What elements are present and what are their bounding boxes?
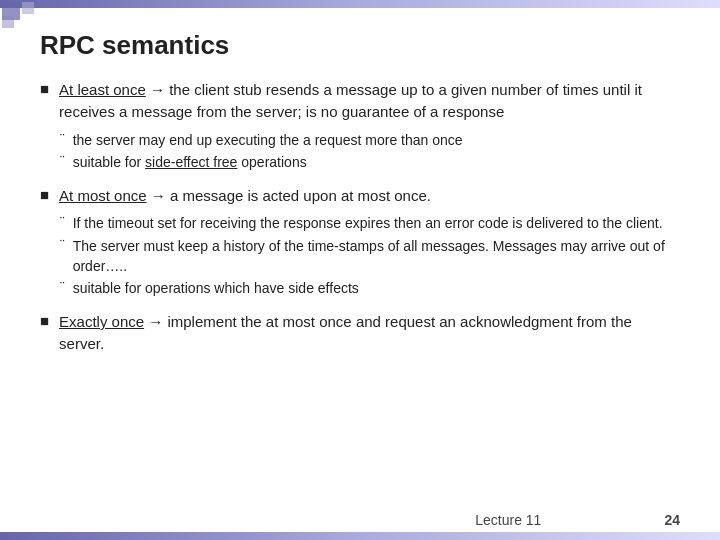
- side-effect-free-underline: side-effect free: [145, 154, 237, 170]
- exactly-once-arrow: →: [148, 313, 167, 330]
- sub-bullet-item: ¨ suitable for side-effect free operatio…: [60, 153, 680, 173]
- sub-bullet-marker: ¨: [60, 279, 65, 295]
- footer: Lecture 11 24: [40, 512, 680, 528]
- sub-bullet-text-2: suitable for side-effect free operations: [73, 153, 307, 173]
- sub-bullet-marker: ¨: [60, 214, 65, 230]
- sub-bullet-item: ¨ the server may end up executing the a …: [60, 131, 680, 151]
- sub-bullet-item: ¨ If the timeout set for receiving the r…: [60, 214, 680, 234]
- at-least-once-body: the client stub resends a message up to …: [59, 81, 642, 120]
- section-exactly-once: ■ Exactly once → implement the at most o…: [40, 311, 680, 355]
- at-most-once-sub-bullets: ¨ If the timeout set for receiving the r…: [60, 214, 680, 298]
- sub-bullet-marker: ¨: [60, 131, 65, 147]
- sub-bullet-text-3: If the timeout set for receiving the res…: [73, 214, 663, 234]
- exactly-once-heading: Exactly once: [59, 313, 144, 330]
- section-at-most-once: ■ At most once → a message is acted upon…: [40, 185, 680, 299]
- at-least-once-heading: At least once: [59, 81, 146, 98]
- at-most-once-heading: At most once: [59, 187, 147, 204]
- top-bar: [0, 0, 720, 8]
- at-most-once-arrow: →: [151, 187, 170, 204]
- bottom-bar: [0, 532, 720, 540]
- sub-bullet-text-5: suitable for operations which have side …: [73, 279, 359, 299]
- sub-bullet-item: ¨ suitable for operations which have sid…: [60, 279, 680, 299]
- page-title: RPC semantics: [40, 30, 680, 61]
- at-most-once-body: a message is acted upon at most once.: [170, 187, 431, 204]
- bullet-marker-3: ■: [40, 312, 49, 329]
- at-most-once-text: At most once → a message is acted upon a…: [59, 185, 431, 207]
- bullet-marker-2: ■: [40, 186, 49, 203]
- exactly-once-text: Exactly once → implement the at most onc…: [59, 311, 680, 355]
- bullet-marker-1: ■: [40, 80, 49, 97]
- exactly-once-body: implement the at most once and request a…: [59, 313, 632, 352]
- sub-bullet-marker: ¨: [60, 153, 65, 169]
- main-content: RPC semantics ■ At least once → the clie…: [40, 30, 680, 500]
- section-at-least-once: ■ At least once → the client stub resend…: [40, 79, 680, 173]
- sub-bullet-item: ¨ The server must keep a history of the …: [60, 237, 680, 276]
- at-least-once-text: At least once → the client stub resends …: [59, 79, 680, 123]
- at-least-once-arrow: →: [150, 81, 169, 98]
- footer-page: 24: [664, 512, 680, 528]
- bullet-item-at-most-once: ■ At most once → a message is acted upon…: [40, 185, 680, 207]
- footer-label: Lecture 11: [352, 512, 664, 528]
- sub-bullet-text-1: the server may end up executing the a re…: [73, 131, 463, 151]
- at-least-once-sub-bullets: ¨ the server may end up executing the a …: [60, 131, 680, 173]
- sub-bullet-text-4: The server must keep a history of the ti…: [73, 237, 680, 276]
- sub-bullet-marker: ¨: [60, 237, 65, 253]
- bullet-item-at-least-once: ■ At least once → the client stub resend…: [40, 79, 680, 123]
- bullet-item-exactly-once: ■ Exactly once → implement the at most o…: [40, 311, 680, 355]
